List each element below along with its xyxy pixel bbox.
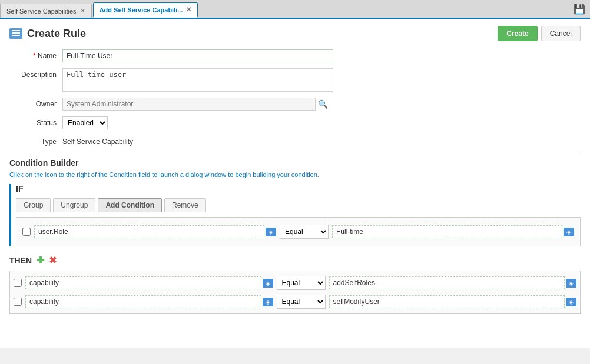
- then-row-0-field-icon[interactable]: ◈: [263, 279, 273, 288]
- then-row-0-field-input[interactable]: [25, 276, 261, 289]
- cancel-button[interactable]: Cancel: [541, 26, 581, 41]
- if-label: IF: [16, 184, 581, 193]
- owner-label: Owner: [9, 98, 62, 108]
- condition-builder-title: Condition Builder: [9, 158, 581, 168]
- condition-builder-hint: Click on the icon to the right of the Co…: [9, 171, 581, 178]
- owner-input[interactable]: [62, 98, 316, 111]
- svg-rect-2: [12, 35, 20, 36]
- header-row: Create Rule Create Cancel: [9, 26, 581, 41]
- tab-add-capability-close[interactable]: ✕: [186, 6, 191, 14]
- then-row-0-field-wrap: ◈: [25, 276, 273, 289]
- type-row: Type Self Service Capability: [9, 135, 581, 146]
- status-label: Status: [9, 116, 62, 127]
- if-condition-table: ◈ Equal Not Equal Contains ◈: [16, 217, 581, 246]
- create-rule-icon: [9, 28, 22, 39]
- owner-field-wrap: 🔍: [62, 98, 328, 111]
- name-input[interactable]: [62, 49, 333, 62]
- if-row-0-operator-wrap: Equal Not Equal Contains: [280, 225, 329, 239]
- tab-self-service-close[interactable]: ✕: [80, 7, 85, 15]
- description-row: Description Full time user: [9, 68, 581, 92]
- svg-rect-0: [12, 30, 20, 31]
- if-condition-row-0: ◈ Equal Not Equal Contains ◈: [21, 222, 575, 241]
- description-input[interactable]: Full time user: [62, 68, 333, 92]
- then-row-1-operator-wrap: Equal Not Equal: [277, 295, 326, 309]
- then-row-1-operator-select[interactable]: Equal Not Equal: [277, 295, 326, 309]
- tab-add-capability[interactable]: Add Self Service Capabili... ✕: [93, 2, 198, 18]
- then-row-0-checkbox[interactable]: [14, 279, 22, 287]
- then-condition-table: ◈ Equal Not Equal ◈: [9, 271, 581, 314]
- tab-add-capability-label: Add Self Service Capabili...: [100, 6, 183, 14]
- then-row-1-value-icon[interactable]: ◈: [566, 298, 576, 306]
- if-row-0-value-icon[interactable]: ◈: [564, 228, 574, 236]
- then-row-1-checkbox[interactable]: [14, 298, 22, 306]
- tab-self-service[interactable]: Self Service Capabilities ✕: [0, 4, 92, 18]
- tab-bar: Self Service Capabilities ✕ Add Self Ser…: [0, 0, 590, 19]
- then-remove-icon[interactable]: ✖: [49, 255, 57, 266]
- then-label: THEN: [9, 256, 32, 265]
- if-row-0-operator-select[interactable]: Equal Not Equal Contains: [280, 225, 329, 239]
- page-title-area: Create Rule: [9, 28, 86, 40]
- then-row-0-operator-wrap: Equal Not Equal: [277, 276, 326, 290]
- create-button[interactable]: Create: [498, 26, 537, 41]
- if-row-0-field-icon[interactable]: ◈: [266, 228, 276, 236]
- condition-toolbar: Group Ungroup Add Condition Remove: [16, 198, 581, 212]
- owner-row: Owner 🔍: [9, 98, 581, 111]
- tab-self-service-label: Self Service Capabilities: [6, 8, 77, 15]
- name-row: Name: [9, 49, 581, 62]
- header-buttons: Create Cancel: [498, 26, 581, 41]
- then-row-1-field-wrap: ◈: [25, 295, 273, 308]
- if-section: IF Group Ungroup Add Condition Remove ◈: [9, 184, 581, 246]
- owner-search-icon[interactable]: 🔍: [318, 99, 328, 109]
- then-row-1-value-wrap: ◈: [329, 295, 577, 308]
- if-row-0-value-wrap: ◈: [332, 225, 574, 238]
- svg-rect-1: [12, 32, 20, 34]
- status-row: Status Enabled Disabled: [9, 116, 581, 129]
- main-content: Create Rule Create Cancel Name Descripti…: [0, 19, 590, 348]
- if-row-0-checkbox[interactable]: [22, 228, 31, 236]
- type-label: Type: [9, 135, 62, 146]
- then-condition-row-1: ◈ Equal Not Equal ◈: [12, 292, 578, 311]
- status-wrap: Enabled Disabled: [62, 116, 108, 129]
- remove-button[interactable]: Remove: [164, 198, 206, 212]
- then-row-0-value-input[interactable]: [329, 276, 565, 289]
- then-section: THEN ✚ ✖ ◈ Equal Not Equal: [9, 255, 581, 314]
- then-row-1-field-icon[interactable]: ◈: [263, 298, 273, 306]
- then-condition-row-0: ◈ Equal Not Equal ◈: [12, 273, 578, 292]
- then-add-icon[interactable]: ✚: [37, 255, 44, 266]
- type-value: Self Service Capability: [62, 135, 133, 146]
- status-select[interactable]: Enabled Disabled: [62, 116, 108, 129]
- if-row-0-value-input[interactable]: [332, 225, 562, 238]
- then-row-1-field-input[interactable]: [25, 295, 261, 308]
- group-button[interactable]: Group: [16, 198, 51, 212]
- then-label-row: THEN ✚ ✖: [9, 255, 581, 266]
- save-icon[interactable]: 💾: [574, 4, 585, 15]
- page-title: Create Rule: [27, 28, 86, 40]
- then-row-0-value-icon[interactable]: ◈: [566, 279, 576, 288]
- section-divider: [9, 152, 581, 152]
- name-label: Name: [9, 49, 62, 60]
- add-condition-button[interactable]: Add Condition: [98, 198, 162, 212]
- then-row-0-operator-select[interactable]: Equal Not Equal: [277, 276, 326, 290]
- if-row-0-field-input[interactable]: [34, 225, 264, 238]
- condition-builder-section: Condition Builder Click on the icon to t…: [9, 158, 581, 314]
- description-label: Description: [9, 68, 62, 79]
- form-section: Name Description Full time user Owner 🔍 …: [9, 49, 581, 146]
- ungroup-button[interactable]: Ungroup: [53, 198, 95, 212]
- then-row-1-value-input[interactable]: [329, 295, 565, 308]
- if-row-0-field-wrap: ◈: [34, 225, 276, 238]
- then-row-0-value-wrap: ◈: [329, 276, 577, 289]
